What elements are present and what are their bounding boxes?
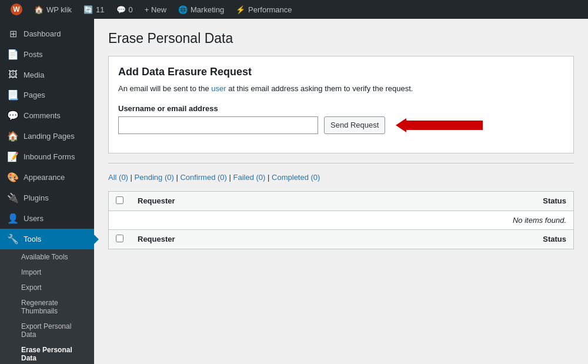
sidebar-item-label: Landing Pages xyxy=(24,132,75,141)
sidebar-item-label: Users xyxy=(24,214,44,223)
add-erasure-request-section: Add Data Erasure Request An email will b… xyxy=(108,56,574,153)
sidebar-item-label: Tools xyxy=(24,235,41,243)
requester-col-header: Requester xyxy=(131,191,386,211)
submenu-item-import[interactable]: Import xyxy=(0,265,94,280)
sidebar-item-tools[interactable]: 🔧 Tools xyxy=(0,229,94,249)
requests-table: Requester Status No items found. Request… xyxy=(108,191,574,249)
filter-separator-4: | xyxy=(268,173,272,182)
performance-label: Performance xyxy=(248,5,292,14)
tools-submenu: Available Tools Import Export Regenerate… xyxy=(0,249,94,364)
sidebar: ⊞ Dashboard 📄 Posts 🖼 Media 📃 Pages 💬 Co… xyxy=(0,19,94,364)
performance-icon: ⚡ xyxy=(236,5,245,14)
sidebar-item-posts[interactable]: 📄 Posts xyxy=(0,44,94,65)
comments-item[interactable]: 💬 0 xyxy=(111,0,139,19)
performance-item[interactable]: ⚡ Performance xyxy=(230,0,298,19)
sidebar-item-media[interactable]: 🖼 Media xyxy=(0,65,94,85)
filter-separator-3: | xyxy=(229,173,233,182)
sidebar-item-label: Appearance xyxy=(24,173,65,182)
pages-icon: 📃 xyxy=(7,89,19,101)
submenu-item-regenerate-thumbnails[interactable]: Regenerate Thumbnails xyxy=(0,295,94,319)
input-row: Send Request xyxy=(118,116,564,134)
filter-bar: All (0) | Pending (0) | Confirmed (0) | … xyxy=(108,173,574,182)
filter-completed-link[interactable]: Completed (0) xyxy=(272,173,320,182)
site-name-item[interactable]: 🏠 WP klik xyxy=(28,0,78,19)
red-arrow-indicator xyxy=(396,118,483,132)
select-all-checkbox[interactable] xyxy=(116,196,123,204)
tools-arrow-icon xyxy=(94,235,99,244)
wp-logo-icon: W xyxy=(11,4,22,15)
user-link[interactable]: user xyxy=(211,84,226,93)
landing-pages-icon: 🏠 xyxy=(7,131,19,142)
inbound-forms-icon: 📝 xyxy=(7,151,19,162)
sidebar-item-label: Posts xyxy=(24,50,43,59)
footer-status-col: Status xyxy=(386,229,574,249)
submenu-item-available-tools[interactable]: Available Tools xyxy=(0,249,94,265)
field-label: Username or email address xyxy=(118,104,564,113)
status-col-header: Status xyxy=(386,191,574,211)
sidebar-item-inbound-forms[interactable]: 📝 Inbound Forms xyxy=(0,146,94,167)
footer-select-all-checkbox[interactable] xyxy=(116,235,123,242)
filter-failed-link[interactable]: Failed (0) xyxy=(233,173,266,182)
appearance-icon: 🎨 xyxy=(7,172,19,183)
marketing-icon: 🌐 xyxy=(178,5,188,14)
submenu-item-export-personal-data[interactable]: Export Personal Data xyxy=(0,319,94,342)
media-icon: 🖼 xyxy=(7,69,19,80)
no-items-text: No items found. xyxy=(131,211,574,229)
no-items-row: No items found. xyxy=(109,211,574,229)
sidebar-item-label: Comments xyxy=(24,111,61,120)
page-title: Erase Personal Data xyxy=(108,31,574,46)
main-content-area: Erase Personal Data Add Data Erasure Req… xyxy=(94,19,588,364)
footer-select-all-col xyxy=(109,229,131,249)
new-content-item[interactable]: + New xyxy=(139,0,172,19)
marketing-label: Marketing xyxy=(191,5,224,14)
sidebar-item-pages[interactable]: 📃 Pages xyxy=(0,85,94,105)
dashboard-icon: ⊞ xyxy=(7,28,19,39)
sidebar-item-comments[interactable]: 💬 Comments xyxy=(0,105,94,126)
select-all-col xyxy=(109,191,131,211)
sidebar-item-label: Plugins xyxy=(24,193,49,202)
arrow-head-shape xyxy=(396,118,406,132)
footer-requester-col: Requester xyxy=(131,229,386,249)
table-footer-row: Requester Status xyxy=(109,229,574,249)
submenu-item-export[interactable]: Export xyxy=(0,280,94,295)
comments-menu-icon: 💬 xyxy=(7,110,19,121)
posts-icon: 📄 xyxy=(7,49,19,60)
section-title: Add Data Erasure Request xyxy=(118,66,564,78)
sidebar-item-dashboard[interactable]: ⊞ Dashboard xyxy=(0,24,94,44)
section-divider xyxy=(108,163,574,163)
username-email-input[interactable] xyxy=(118,116,318,134)
new-content-label: + New xyxy=(145,5,166,14)
plugins-icon: 🔌 xyxy=(7,192,19,203)
no-items-check-cell xyxy=(109,211,131,229)
send-request-button[interactable]: Send Request xyxy=(324,116,385,134)
comments-count: 0 xyxy=(129,5,133,14)
filter-separator-1: | xyxy=(131,173,135,182)
sidebar-item-label: Dashboard xyxy=(24,29,61,38)
submenu-item-erase-personal-data[interactable]: Erase Personal Data xyxy=(0,342,94,364)
updates-count: 11 xyxy=(96,5,104,14)
marketing-item[interactable]: 🌐 Marketing xyxy=(172,0,230,19)
arrow-body-shape xyxy=(406,121,483,130)
table-header-row: Requester Status xyxy=(109,191,574,211)
admin-bar: W 🏠 WP klik 🔄 11 💬 0 + New 🌐 Marketing ⚡… xyxy=(0,0,588,19)
site-name-label: WP klik xyxy=(46,5,72,14)
sidebar-item-landing-pages[interactable]: 🏠 Landing Pages xyxy=(0,126,94,146)
filter-pending-link[interactable]: Pending (0) xyxy=(135,173,174,182)
updates-icon: 🔄 xyxy=(83,5,93,14)
description-text: An email will be sent to the user at thi… xyxy=(118,83,564,95)
sidebar-item-label: Media xyxy=(24,71,44,79)
filter-confirmed-link[interactable]: Confirmed (0) xyxy=(180,173,226,182)
sidebar-item-label: Inbound Forms xyxy=(24,152,75,161)
wp-logo-item[interactable]: W xyxy=(5,0,28,19)
sidebar-item-appearance[interactable]: 🎨 Appearance xyxy=(0,167,94,188)
tools-icon: 🔧 xyxy=(7,233,19,245)
updates-item[interactable]: 🔄 11 xyxy=(78,0,110,19)
sidebar-item-label: Pages xyxy=(24,91,45,99)
home-icon: 🏠 xyxy=(34,5,44,14)
sidebar-item-plugins[interactable]: 🔌 Plugins xyxy=(0,188,94,208)
filter-all-link[interactable]: All (0) xyxy=(108,173,128,182)
sidebar-item-users[interactable]: 👤 Users xyxy=(0,208,94,229)
users-icon: 👤 xyxy=(7,213,19,224)
comments-icon: 💬 xyxy=(116,5,126,14)
